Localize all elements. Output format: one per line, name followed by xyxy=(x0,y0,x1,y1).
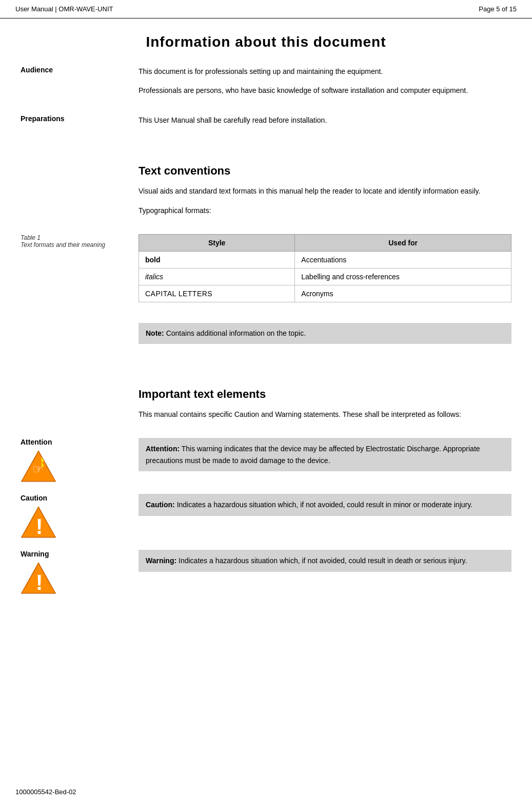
esd-icon: ☞ xyxy=(21,450,56,484)
warning-label: Warning xyxy=(21,550,49,558)
warning-row: Warning ! Warning: Indicates a hazardous… xyxy=(21,550,511,596)
attention-row: Attention ☞ Attention: This warnin xyxy=(21,438,511,484)
attention-left: Attention ☞ xyxy=(21,438,139,484)
note-text: Note: Contains additional information on… xyxy=(146,329,306,337)
important-left-empty xyxy=(21,367,139,428)
text-conventions-content: Text conventions Visual aids and standar… xyxy=(139,144,511,224)
conventions-table: Style Used for bold Accentuations italic… xyxy=(139,234,511,302)
table-caption-area: Table 1 Text formats and their meaning xyxy=(21,234,139,313)
page-header: User Manual | OMR-WAVE-UNIT Page 5 of 15 xyxy=(0,0,532,18)
table-caption-line1: Table 1 Text formats and their meaning xyxy=(21,234,128,248)
warning-box: Warning: Indicates a hazardous situation… xyxy=(139,550,511,571)
style-bold-cell: bold xyxy=(139,251,295,268)
attention-label: Attention xyxy=(21,438,52,446)
note-box: Note: Contains additional information on… xyxy=(139,323,511,344)
note-box-area: Note: Contains additional information on… xyxy=(139,323,511,357)
table-caption-col xyxy=(21,144,139,224)
attention-content: Attention: This warning indicates that t… xyxy=(139,438,511,471)
audience-content: This document is for professionals setti… xyxy=(139,66,511,104)
warning-left: Warning ! xyxy=(21,550,139,596)
audience-para1: This document is for professionals setti… xyxy=(139,66,511,77)
usedfor-bold-cell: Accentuations xyxy=(295,251,511,268)
caution-row: Caution ! Caution: Indicates a hazardous… xyxy=(21,494,511,540)
note-row: Note: Contains additional information on… xyxy=(21,323,511,357)
caution-content: Caution: Indicates a hazardous situation… xyxy=(139,494,511,515)
important-content: Important text elements This manual cont… xyxy=(139,367,511,428)
text-conventions-intro: Visual aids and standard text formats in… xyxy=(139,185,511,197)
caution-box: Caution: Indicates a hazardous situation… xyxy=(139,494,511,515)
table-header-style: Style xyxy=(139,234,295,251)
warning-text: Warning: Indicates a hazardous situation… xyxy=(146,556,467,565)
table-row: CAPITAL LETTERS Acronyms xyxy=(139,285,511,302)
svg-text:!: ! xyxy=(36,570,43,594)
caution-left: Caution ! xyxy=(21,494,139,540)
important-title: Important text elements xyxy=(139,388,511,401)
text-conventions-title: Text conventions xyxy=(139,164,511,178)
note-left-empty xyxy=(21,323,139,357)
preparations-label: Preparations xyxy=(21,114,65,123)
caution-icon: ! xyxy=(21,506,56,540)
typographical-label: Typographical formats: xyxy=(139,205,511,216)
usedfor-italic-cell: Labelling and cross-references xyxy=(295,268,511,285)
footer-text: 1000005542-Bed-02 xyxy=(15,788,76,796)
page-footer: 1000005542-Bed-02 xyxy=(15,788,76,796)
caution-label: Caution xyxy=(21,494,47,502)
usedfor-caps-cell: Acronyms xyxy=(295,285,511,302)
svg-text:!: ! xyxy=(36,514,43,539)
audience-label: Audience xyxy=(21,66,53,74)
style-italic-cell: italics xyxy=(139,268,295,285)
important-elements-section: Important text elements This manual cont… xyxy=(21,367,511,428)
caution-text: Caution: Indicates a hazardous situation… xyxy=(146,501,472,509)
table-header-usedfor: Used for xyxy=(295,234,511,251)
table-row: bold Accentuations xyxy=(139,251,511,268)
preparations-text: This User Manual shall be carefully read… xyxy=(139,114,511,126)
preparations-label-col: Preparations xyxy=(21,114,139,133)
table-row: italics Labelling and cross-references xyxy=(139,268,511,285)
preparations-section: Preparations This User Manual shall be c… xyxy=(21,114,511,133)
text-conventions-section: Text conventions Visual aids and standar… xyxy=(21,144,511,224)
header-left: User Manual | OMR-WAVE-UNIT xyxy=(15,5,113,13)
header-right: Page 5 of 15 xyxy=(479,5,517,13)
audience-para2: Professionals are persons, who have basi… xyxy=(139,85,511,96)
page-title: Information about this document xyxy=(21,34,511,50)
attention-text: Attention: This warning indicates that t… xyxy=(146,445,480,464)
audience-section: Audience This document is for profession… xyxy=(21,66,511,104)
table-row-group: Table 1 Text formats and their meaning S… xyxy=(21,234,511,313)
warning-icon: ! xyxy=(21,562,56,596)
style-caps-cell: CAPITAL LETTERS xyxy=(139,285,295,302)
preparations-content: This User Manual shall be carefully read… xyxy=(139,114,511,133)
attention-box: Attention: This warning indicates that t… xyxy=(139,438,511,471)
table-area: Style Used for bold Accentuations italic… xyxy=(139,234,511,313)
warning-content: Warning: Indicates a hazardous situation… xyxy=(139,550,511,571)
audience-label-col: Audience xyxy=(21,66,139,104)
important-intro: This manual contains specific Caution an… xyxy=(139,409,511,420)
